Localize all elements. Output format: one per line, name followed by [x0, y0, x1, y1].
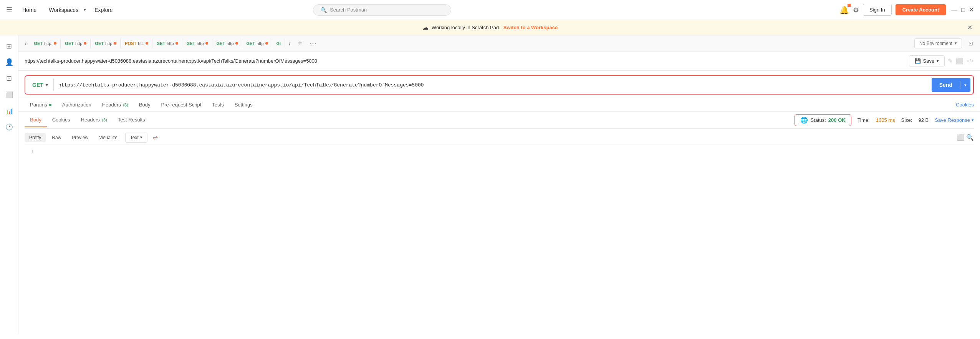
response-testresults-label: Test Results	[118, 117, 145, 123]
settings-icon[interactable]: ⚙	[853, 6, 859, 14]
size-value: 92 B	[918, 117, 929, 123]
tests-label: Tests	[212, 102, 223, 108]
nav-home[interactable]: Home	[18, 5, 40, 15]
sidebar-mock-icon[interactable]: ⬜	[2, 88, 16, 101]
sidebar-apis-icon[interactable]: ⊡	[2, 71, 16, 85]
create-account-button[interactable]: Create Account	[896, 4, 946, 15]
tab-5[interactable]: GET http	[153, 39, 182, 48]
response-tab-cookies[interactable]: Cookies	[47, 113, 76, 127]
close-button[interactable]: ✕	[969, 6, 974, 13]
scratch-pad-banner: ☁ Working locally in Scratch Pad. Switch…	[0, 20, 980, 35]
tab-prerequest[interactable]: Pre-request Script	[156, 98, 207, 111]
save-response-label: Save Response	[935, 117, 970, 123]
response-tab-testresults[interactable]: Test Results	[113, 113, 151, 127]
code-line-1: 1	[25, 149, 974, 156]
environment-view-icon[interactable]: ⊡	[965, 37, 977, 50]
copy-url-icon[interactable]: ⬜	[956, 57, 963, 65]
sidebar-monitors-icon[interactable]: 📊	[2, 104, 16, 118]
search-bar[interactable]: 🔍 Search Postman	[313, 4, 451, 16]
params-dot	[49, 104, 51, 106]
tab-url-8: http	[257, 41, 263, 46]
authorization-label: Authorization	[62, 102, 91, 108]
copy-response-icon[interactable]: ⬜	[957, 134, 965, 141]
search-response-icon[interactable]: 🔍	[966, 134, 974, 141]
tab-add-button[interactable]: +	[294, 37, 306, 49]
response-area: Body Cookies Headers (3) Test Results 🌐	[18, 112, 980, 334]
response-tabs-row: Body Cookies Headers (3) Test Results 🌐	[25, 112, 974, 129]
tab-prev-button[interactable]: ‹	[22, 38, 30, 48]
save-label: Save	[923, 58, 935, 64]
tab-settings[interactable]: Settings	[229, 98, 258, 111]
tab-next-button[interactable]: ›	[285, 38, 293, 48]
signin-button[interactable]: Sign In	[863, 4, 891, 16]
code-icon[interactable]: </>	[967, 58, 974, 64]
send-button[interactable]: Send ▾	[932, 78, 970, 92]
body-tabs-row: Pretty Raw Preview Visualize Text ▾ ⇌ ⬜ …	[25, 129, 974, 145]
body-tab-pretty[interactable]: Pretty	[25, 133, 46, 142]
send-label-button[interactable]: Send	[932, 78, 960, 92]
tab-9[interactable]: GI	[273, 39, 285, 48]
nav-workspaces[interactable]: Workspaces	[45, 5, 82, 15]
response-tab-headers[interactable]: Headers (3)	[76, 113, 113, 127]
body-tab-raw[interactable]: Raw	[47, 133, 66, 142]
tab-dot-1	[54, 42, 56, 45]
format-chevron-icon: ▾	[140, 135, 142, 140]
tab-url-3: http	[105, 41, 112, 46]
env-selector[interactable]: No Environment ▾	[914, 38, 962, 48]
banner-cloud-icon: ☁	[422, 24, 429, 31]
tab-3[interactable]: GET http	[91, 39, 121, 48]
edit-icon[interactable]: ✎	[948, 57, 953, 65]
env-chevron-icon: ▾	[955, 41, 957, 46]
save-icon: 💾	[915, 58, 921, 64]
tab-method-7: GET	[217, 41, 225, 46]
response-tab-body[interactable]: Body	[25, 113, 47, 127]
main-layout: ⊞ 👤 ⊡ ⬜ 📊 🕐 ‹ GET http: GET http GET htt…	[0, 35, 980, 334]
tab-dot-4	[146, 42, 148, 45]
tab-more-button[interactable]: ···	[306, 39, 320, 48]
workspaces-chevron-icon[interactable]: ▾	[84, 7, 86, 12]
switch-workspace-link[interactable]: Switch to a Workspace	[503, 25, 558, 30]
cookies-link[interactable]: Cookies	[956, 102, 974, 108]
tab-method-8: GET	[247, 41, 255, 46]
tab-1[interactable]: GET http:	[30, 39, 61, 48]
search-placeholder[interactable]: Search Postman	[330, 7, 367, 13]
tab-url-5: http	[167, 41, 174, 46]
headers-label: Headers	[102, 102, 121, 108]
save-response-button[interactable]: Save Response ▾	[935, 117, 974, 123]
sidebar-history-icon[interactable]: 🕐	[2, 120, 16, 134]
tab-tests[interactable]: Tests	[207, 98, 229, 111]
method-chevron-icon: ▾	[46, 83, 48, 88]
maximize-button[interactable]: □	[961, 7, 965, 13]
tab-dot-2	[84, 42, 86, 45]
nav-explore[interactable]: Explore	[91, 5, 116, 15]
format-selector[interactable]: Text ▾	[125, 133, 147, 143]
wrap-icon[interactable]: ⇌	[149, 132, 162, 143]
sidebar-environments-icon[interactable]: 👤	[2, 55, 16, 69]
url-input[interactable]	[54, 79, 930, 91]
tab-method-2: GET	[65, 41, 74, 46]
tab-6[interactable]: GET http	[183, 39, 212, 48]
tab-headers[interactable]: Headers (6)	[97, 98, 134, 111]
notification-icon[interactable]: 🔔.	[839, 5, 849, 15]
tab-7[interactable]: GET http	[213, 39, 242, 48]
tab-body[interactable]: Body	[134, 98, 156, 111]
method-selector[interactable]: GET ▾	[27, 79, 54, 91]
tab-url-7: http	[227, 41, 233, 46]
body-tab-preview[interactable]: Preview	[67, 133, 93, 142]
tab-authorization[interactable]: Authorization	[57, 98, 97, 111]
body-tab-visualize[interactable]: Visualize	[94, 133, 122, 142]
time-label: Time:	[858, 117, 870, 123]
tab-method-4: POST	[125, 41, 136, 46]
sidebar-collections-icon[interactable]: ⊞	[2, 39, 16, 53]
save-button[interactable]: 💾 Save ▾	[909, 55, 945, 66]
banner-close-icon[interactable]: ✕	[967, 24, 972, 31]
send-dropdown-button[interactable]: ▾	[960, 79, 970, 91]
tab-8[interactable]: GET http	[243, 39, 272, 48]
menu-icon[interactable]: ☰	[6, 6, 12, 14]
tab-dot-5	[175, 42, 178, 45]
tab-4[interactable]: POST htt:	[121, 39, 152, 48]
save-dropdown-icon: ▾	[937, 58, 939, 63]
tab-params[interactable]: Params	[25, 98, 57, 111]
minimize-button[interactable]: —	[951, 7, 957, 13]
tab-2[interactable]: GET http	[61, 39, 91, 48]
